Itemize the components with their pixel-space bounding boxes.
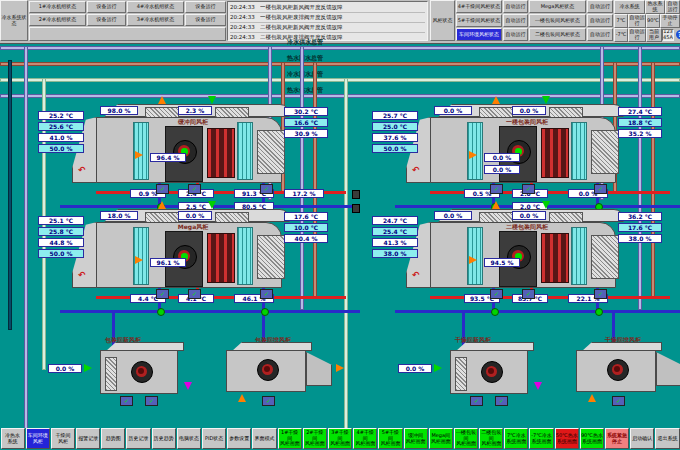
alarm-message: 一楼包装风柜废排阀开度反馈故障 — [260, 14, 425, 20]
small-ahu-body[interactable] — [576, 350, 656, 392]
hot-water-temp: 90℃ — [646, 14, 660, 28]
toolbar-button-14[interactable]: 4#干燥间 风柜画面 — [353, 428, 377, 449]
chiller-status-cell: 设备运行 — [185, 14, 226, 26]
exhaust-in-arrow — [588, 394, 596, 402]
airflow-arrow — [135, 256, 143, 264]
chiller-status-cell: 1#冷水机组状态 — [29, 1, 86, 13]
fan-status-cell: 5#干燥间风柜状态 — [456, 14, 502, 27]
discharge-grille — [591, 235, 619, 279]
ahu-name: 缓冲间风柜 — [138, 118, 248, 127]
ahu-right-value: 36.2 ℃ — [618, 212, 662, 221]
toolbar-button-2[interactable]: 干燥间 风柜 — [51, 428, 75, 449]
toolbar-button-26[interactable]: 退出系统 — [655, 428, 679, 449]
airflow-arrow — [469, 151, 477, 159]
ahu-mid-value: 96.1 % — [150, 258, 186, 267]
fan-status-cell: 自动运行 — [503, 14, 528, 27]
ahu-right-value: 30.9 % — [284, 129, 328, 138]
toolbar-button-6[interactable]: 历史趋势 — [152, 428, 176, 449]
toolbar-button-19[interactable]: 二楼包装间 风柜画面 — [479, 428, 503, 449]
ahu-top-value: 0.0 % — [434, 106, 472, 115]
ahu-left-value: 50.0 % — [38, 144, 84, 153]
fan-status-title: 风柜状态 — [430, 0, 455, 41]
ahu-right-value: 40.4 % — [284, 234, 328, 243]
airflow-arrow — [135, 151, 143, 159]
damper-actuator: ✓ — [188, 289, 201, 299]
toolbar-button-20[interactable]: 7℃冷水 系统画面 — [504, 428, 528, 449]
damper-actuator: ✓ — [156, 184, 169, 194]
coil-section — [207, 233, 235, 283]
small-ahu-body[interactable] — [100, 350, 178, 394]
ahu-left-value: 38.0 % — [372, 249, 418, 258]
toolbar-button-25[interactable]: 启动确认 — [630, 428, 654, 449]
toolbar-button-3[interactable]: 报警记录 — [76, 428, 100, 449]
small-ahu-body[interactable] — [450, 350, 528, 394]
damper-actuator: ✓ — [120, 396, 133, 406]
ahu-top-value: 0.0 % — [178, 211, 212, 220]
toolbar-button-17[interactable]: Mega间 风柜画面 — [429, 428, 453, 449]
return-air-icon: ↶ — [78, 270, 90, 282]
damper-actuator: ✓ — [522, 184, 535, 194]
discharge-grille — [257, 235, 285, 279]
supply-outlet-arrow — [184, 382, 192, 390]
ahu-left-value: 25.8 ℃ — [38, 227, 84, 236]
airflow-arrow — [469, 256, 477, 264]
help-icon[interactable]: ? — [676, 30, 680, 39]
ahu-top-value: 98.0 % — [100, 106, 138, 115]
main-pipe-label-0: 冷水供水总管 — [235, 38, 375, 45]
damper-actuator: ✓ — [594, 289, 607, 299]
toolbar-button-11[interactable]: 1#干燥间 风柜画面 — [278, 428, 302, 449]
toolbar-button-9[interactable]: 参数设置 — [227, 428, 251, 449]
toolbar-button-13[interactable]: 3#干燥间 风柜画面 — [328, 428, 352, 449]
toolbar-button-5[interactable]: 历史记录 — [126, 428, 150, 449]
toolbar: 冷热水 系统车间环境 风柜干燥间 风柜报警记录趋势图历史记录历史趋势电脑状态PI… — [0, 428, 680, 450]
damper-actuator: ✓ — [156, 289, 169, 299]
ahu-right-value: 10.0 ℃ — [284, 223, 328, 232]
chiller-status-title: 冷水系统状态 — [0, 0, 28, 41]
toolbar-button-1[interactable]: 车间环境 风柜 — [26, 428, 50, 449]
ahu-name: 二楼包装间风柜 — [472, 223, 582, 232]
toolbar-button-12[interactable]: 2#干燥间 风柜画面 — [303, 428, 327, 449]
ahu-right-value: 30.2 ℃ — [284, 107, 328, 116]
coil-section — [207, 128, 235, 178]
toolbar-button-22[interactable]: 50℃热水 系统画面 — [555, 428, 579, 449]
fresh-air-in-arrow — [158, 96, 166, 104]
damper-actuator: ✓ — [260, 289, 273, 299]
current-user-value[interactable]: 12345A — [662, 29, 674, 41]
toolbar-button-23[interactable]: 90℃热水 系统画面 — [580, 428, 604, 449]
toolbar-button-16[interactable]: 缓冲间 风柜画面 — [404, 428, 428, 449]
filter-section-2 — [571, 122, 587, 180]
main-pipe-3 — [0, 94, 680, 98]
current-user-label: 当前用户 — [646, 28, 662, 42]
damper-actuator: ✓ — [612, 396, 625, 406]
main-pipe-0 — [0, 46, 680, 50]
toolbar-button-21[interactable]: -7℃冷水 系统画面 — [529, 428, 553, 449]
fan-status-cell: 自动运行 — [503, 0, 528, 13]
main-pipe-2 — [0, 78, 680, 82]
toolbar-button-0[interactable]: 冷热水 系统 — [1, 428, 25, 449]
toolbar-button-10[interactable]: 界面模式 — [252, 428, 276, 449]
ahu-right-value: 35.2 % — [618, 129, 662, 138]
toolbar-button-7[interactable]: 电脑状态 — [177, 428, 201, 449]
toolbar-button-4[interactable]: 趋势图 — [101, 428, 125, 449]
toolbar-button-8[interactable]: PID状态 — [202, 428, 226, 449]
toolbar-button-18[interactable]: 一楼包装间 风柜画面 — [454, 428, 478, 449]
small-ahu-body[interactable] — [226, 350, 306, 392]
chiller-status-empty — [29, 27, 226, 41]
ahu-right-value: 17.6 ℃ — [284, 212, 328, 221]
small-ahu-value: 0.0 % — [48, 364, 82, 373]
filter-section-2 — [237, 122, 253, 180]
coil-section — [541, 233, 569, 283]
damper-actuator: ✓ — [495, 396, 508, 406]
ahu-right-value: 16.6 ℃ — [284, 118, 328, 127]
hot-water-status-top: 自动运行 — [665, 0, 680, 14]
vertical-pipe-11 — [8, 60, 12, 330]
ahu-left-value: 50.0 % — [38, 249, 84, 258]
exhaust-in-arrow — [238, 394, 246, 402]
ahu-unit: ↶二楼包装间风柜24.7 ℃25.4 ℃41.3 %38.0 %0.0 %0.0… — [372, 208, 677, 326]
return-air-icon: ↶ — [412, 165, 424, 177]
damper-actuator: ✓ — [262, 396, 275, 406]
toolbar-button-15[interactable]: 5#干燥间 风柜画面 — [378, 428, 402, 449]
ahu-left-value: 37.6 % — [372, 133, 418, 142]
toolbar-button-24[interactable]: 系统紧急 停止 — [605, 428, 629, 449]
fresh-air-in-arrow — [158, 201, 166, 209]
